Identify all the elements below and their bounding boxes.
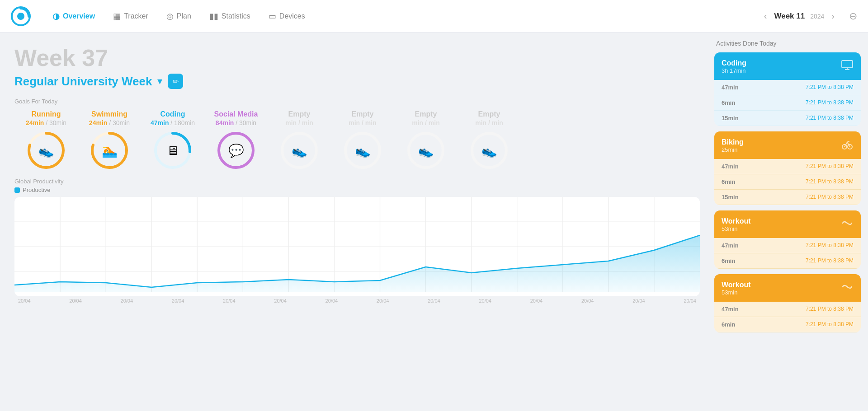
week-type-row: Regular University Week ▾ ✏ (14, 74, 700, 89)
prev-week-button[interactable]: ‹ (760, 9, 771, 23)
overview-icon: ◑ (52, 11, 60, 21)
next-week-button[interactable]: › (828, 9, 838, 23)
goal-icon: 💬 (228, 143, 244, 158)
activity-icon (841, 138, 854, 154)
goal-item-empty[interactable]: Empty min / min 👟 (268, 110, 331, 171)
chart-x-label: 20/04 (581, 298, 594, 304)
goal-icon: 🖥 (166, 143, 179, 158)
activity-icon (841, 217, 854, 233)
svg-rect-31 (842, 61, 853, 68)
week-type-label: Regular University Week (14, 75, 152, 89)
activity-header-left: Workout 53min (722, 281, 751, 296)
goal-item-empty[interactable]: Empty min / min 👟 (331, 110, 394, 171)
chart-x-label: 20/04 (530, 298, 543, 304)
activity-card-workout-2: Workout 53min 47min 7:21 PM to 8:38 PM 6… (714, 210, 861, 269)
nav-item-overview[interactable]: ◑ Overview (45, 8, 102, 25)
goal-minutes: 24min / 30min (89, 119, 130, 126)
goal-label: Swimming (91, 110, 127, 118)
goal-circle: 👟 (342, 130, 383, 171)
goals-row: Running 24min / 30min 👟 Swimming 24min /… (14, 110, 700, 171)
sub-duration: 47min (722, 163, 739, 170)
activity-duration: 3h 17min (722, 67, 746, 74)
productive-label: Productive (23, 187, 50, 193)
goal-minutes: 47min / 180min (151, 119, 195, 126)
activity-sub-item: 15min 7:21 PM to 8:38 PM (714, 111, 861, 126)
week-navigator: ‹ Week 11 2024 › (760, 9, 838, 23)
activity-duration: 53min (722, 225, 751, 232)
top-navigation: ◑ Overview ▦ Tracker ◎ Plan ▮▮ Statistic… (0, 0, 868, 33)
goal-circle: 👟 (26, 130, 66, 171)
goal-label: Empty (352, 110, 374, 118)
chart-title: Global Productivity (14, 178, 700, 185)
goal-label: Empty (288, 110, 311, 118)
exit-button[interactable]: ⊖ (849, 10, 857, 22)
goal-label: Running (32, 110, 61, 118)
activity-sub-item: 6min 7:21 PM to 8:38 PM (714, 253, 861, 269)
sidebar-title: Activities Done Today (714, 40, 861, 47)
sub-duration: 15min (722, 194, 739, 201)
left-content: Week 37 Regular University Week ▾ ✏ Goal… (0, 33, 714, 411)
sub-duration: 6min (722, 99, 735, 106)
goal-icon: 👟 (418, 143, 434, 158)
goal-item-swimming[interactable]: Swimming 24min / 30min 🏊 (78, 110, 141, 171)
nav-right-controls: ‹ Week 11 2024 › ⊖ (760, 9, 857, 23)
chart-x-label: 20/04 (69, 298, 82, 304)
sub-time: 7:21 PM to 8:38 PM (806, 306, 854, 313)
sub-duration: 47min (722, 242, 739, 249)
activity-sub-item: 15min 7:21 PM to 8:38 PM (714, 190, 861, 205)
goal-item-coding[interactable]: Coding 47min / 180min 🖥 (141, 110, 204, 171)
productive-dot (14, 187, 20, 193)
sub-duration: 47min (722, 84, 739, 91)
nav-item-statistics[interactable]: ▮▮ Statistics (202, 8, 258, 25)
goal-icon: 👟 (355, 143, 371, 158)
goal-label: Coding (160, 110, 185, 118)
nav-item-plan[interactable]: ◎ Plan (159, 8, 198, 25)
goal-icon: 👟 (38, 143, 54, 158)
chart-x-label: 20/04 (684, 298, 696, 304)
nav-label-plan: Plan (177, 12, 191, 20)
goal-circle: 👟 (469, 130, 509, 171)
activity-header-left: Biking 25min (722, 138, 744, 153)
nav-label-overview: Overview (63, 12, 95, 20)
nav-item-devices[interactable]: ▭ Devices (261, 8, 312, 25)
sub-duration: 6min (722, 178, 735, 185)
sub-time: 7:21 PM to 8:38 PM (806, 115, 854, 121)
goal-item-empty[interactable]: Empty min / min 👟 (394, 110, 458, 171)
nav-label-tracker: Tracker (124, 12, 148, 20)
goal-circle: 🖥 (152, 130, 193, 171)
chart-x-label: 20/04 (274, 298, 287, 304)
goal-minutes: min / min (349, 119, 376, 126)
goal-item-running[interactable]: Running 24min / 30min 👟 (14, 110, 78, 171)
goal-item-empty[interactable]: Empty min / min 👟 (458, 110, 521, 171)
sub-time: 7:21 PM to 8:38 PM (806, 257, 854, 264)
week-type-edit-button[interactable]: ✏ (168, 74, 183, 89)
chart-x-label: 20/04 (223, 298, 236, 304)
plan-icon: ◎ (166, 11, 174, 21)
activity-header: Biking 25min (714, 131, 861, 159)
activity-header: Workout 53min (714, 210, 861, 238)
goal-label: Social Media (214, 110, 258, 118)
chart-x-label: 20/04 (632, 298, 645, 304)
sub-time: 7:21 PM to 8:38 PM (806, 163, 854, 170)
chart-x-label: 20/04 (326, 298, 338, 304)
sub-time: 7:21 PM to 8:38 PM (806, 242, 854, 249)
goal-minutes: 24min / 30min (26, 119, 66, 126)
week-type-dropdown-button[interactable]: ▾ (157, 75, 162, 87)
sub-time: 7:21 PM to 8:38 PM (806, 84, 854, 91)
activity-header: Workout 53min (714, 274, 861, 302)
chart-section: Global Productivity Productive (14, 178, 700, 411)
goal-circle: 💬 (216, 130, 256, 171)
right-sidebar[interactable]: Activities Done Today Coding 3h 17min 47… (714, 33, 868, 411)
goal-icon: 👟 (481, 143, 497, 158)
activity-sub-item: 47min 7:21 PM to 8:38 PM (714, 238, 861, 253)
sub-duration: 47min (722, 306, 739, 313)
nav-item-tracker[interactable]: ▦ Tracker (106, 8, 156, 25)
activity-header-left: Coding 3h 17min (722, 59, 746, 74)
activity-header: Coding 3h 17min (714, 52, 861, 80)
activity-icon (841, 280, 854, 296)
week-label: Week 11 (774, 12, 805, 21)
activity-header-left: Workout 53min (722, 217, 751, 232)
activity-duration: 25min (722, 146, 744, 153)
app-logo[interactable] (11, 6, 31, 26)
goal-item-social-media[interactable]: Social Media 84min / 30min 💬 (204, 110, 268, 171)
